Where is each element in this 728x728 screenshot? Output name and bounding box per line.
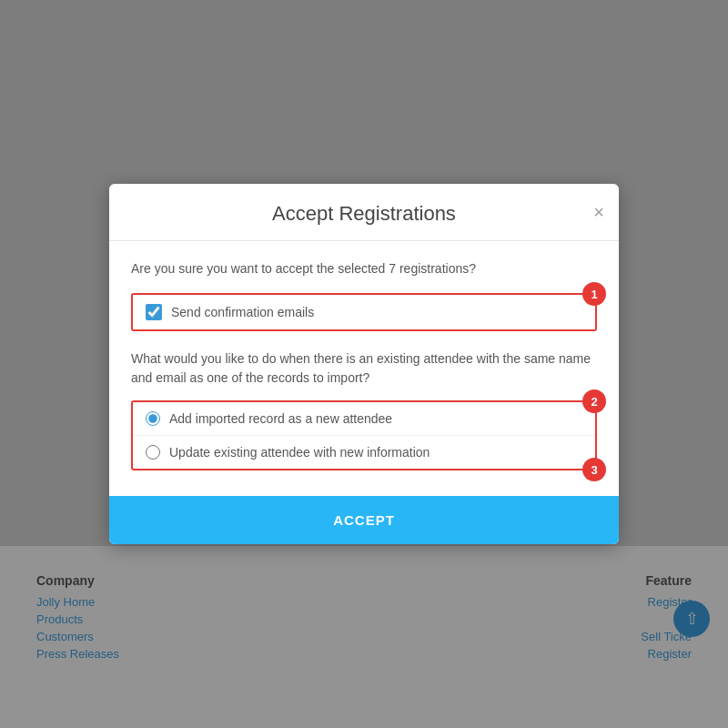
modal-body: Are you sure you want to accept the sele… [109,241,619,496]
annotation-badge-3: 3 [582,458,606,481]
checkbox-section: 1 Send confirmation emails [131,293,597,331]
radio-new-attendee-label: Add imported record as a new attendee [169,411,392,426]
radio-options-section: 2 3 Add imported record as a new attende… [131,400,597,470]
radio-option-update-attendee: Update existing attendee with new inform… [133,435,595,469]
modal-overlay: Accept Registrations × Are you sure you … [0,0,728,728]
duplicate-handling-text: What would you like to do when there is … [131,349,597,388]
radio-option-new-attendee: Add imported record as a new attendee [133,402,595,435]
modal-title: Accept Registrations [272,202,456,226]
modal-footer: ACCEPT [109,496,619,544]
send-confirmation-checkbox[interactable] [146,304,162,320]
annotation-badge-2: 2 [582,389,606,413]
annotation-badge-1: 1 [582,282,606,306]
send-confirmation-label: Send confirmation emails [171,305,314,319]
accept-registrations-modal: Accept Registrations × Are you sure you … [109,184,619,544]
radio-update-attendee-label: Update existing attendee with new inform… [169,445,430,460]
accept-button[interactable]: ACCEPT [109,496,619,544]
modal-close-button[interactable]: × [593,203,604,221]
radio-new-attendee[interactable] [146,411,160,426]
confirm-text: Are you sure you want to accept the sele… [131,259,597,278]
modal-header: Accept Registrations × [109,184,619,241]
radio-update-attendee[interactable] [146,445,160,460]
